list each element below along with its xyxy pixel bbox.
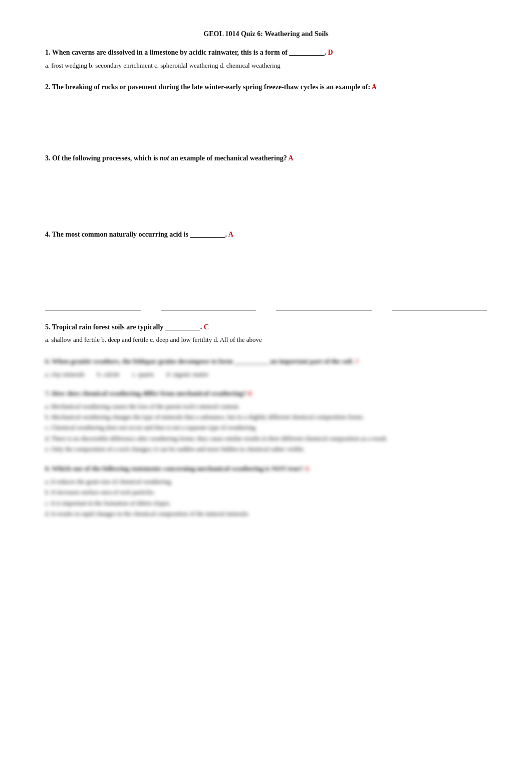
q1-body: When caverns are dissolved in a limeston… — [52, 49, 333, 56]
q5-answer: C — [204, 323, 209, 331]
question-6: 6. When granite weathers, the feldspar g… — [45, 356, 487, 379]
q2-body: The breaking of rocks or pavement during… — [52, 83, 377, 91]
q7-text: 7. How does chemical weathering differ f… — [45, 388, 487, 399]
question-3: 3. Of the following processes, which is … — [45, 153, 487, 164]
divider-2 — [161, 310, 256, 311]
q3-not: not — [160, 154, 169, 162]
q4-body: The most common naturally occurring acid… — [52, 231, 233, 238]
q1-text: 1. When caverns are dissolved in a limes… — [45, 47, 487, 58]
q8-choice-a: a. It reduces the grain size of chemical… — [45, 477, 487, 487]
q3-answer: A — [288, 154, 293, 162]
q4-text: 4. The most common naturally occurring a… — [45, 229, 487, 240]
q7-choice-e: e. Only the composition of a rock change… — [45, 444, 487, 455]
q5-number: 5. — [45, 323, 51, 331]
q4-blank: __________ — [190, 231, 225, 238]
q3-number: 3. — [45, 154, 51, 162]
divider-1 — [45, 310, 141, 311]
q8-answer: A — [305, 465, 310, 472]
question-5: 5. Tropical rain forest soils are typica… — [45, 322, 487, 345]
q2-number: 2. — [45, 83, 51, 91]
q6-answer: ? — [355, 357, 359, 365]
q7-choice-d: d. There is no discernible difference af… — [45, 434, 487, 444]
page-title: GEOL 1014 Quiz 6: Weathering and Soils — [45, 30, 487, 38]
q7-choice-a: a. Mechanical weathering causes the loss… — [45, 402, 487, 412]
q5-blank: __________ — [165, 323, 200, 331]
q5-choices: a. shallow and fertile b. deep and ferti… — [45, 335, 487, 345]
question-2: 2. The breaking of rocks or pavement dur… — [45, 82, 487, 93]
q8-choice-c: c. It is important in the formation of d… — [45, 498, 487, 509]
q8-choices: a. It reduces the grain size of chemical… — [45, 477, 487, 519]
q1-answer: D — [328, 49, 333, 56]
q7-choice-b: b. Mechanical weathering changes the typ… — [45, 412, 487, 423]
q3-body: Of the following processes, which is not… — [52, 154, 294, 162]
q8-text: 8. Which one of the following statements… — [45, 464, 487, 474]
divider-3 — [276, 310, 372, 311]
q6-text: 6. When granite weathers, the feldspar g… — [45, 356, 487, 367]
q5-body: Tropical rain forest soils are typically… — [52, 323, 209, 331]
q4-number: 4. — [45, 231, 51, 238]
q7-choices: a. Mechanical weathering causes the loss… — [45, 402, 487, 455]
question-7: 7. How does chemical weathering differ f… — [45, 388, 487, 455]
q8-choice-b: b. It increases surface area of rock par… — [45, 487, 487, 498]
q5-text: 5. Tropical rain forest soils are typica… — [45, 322, 487, 333]
q7-choice-c: c. Chemical weathering does not occur an… — [45, 423, 487, 433]
q1-blank: __________ — [289, 49, 324, 56]
q4-answer: A — [228, 231, 233, 238]
q6-choices: a. clay minerals b. calcite c. quartz d.… — [45, 369, 487, 379]
q2-text: 2. The breaking of rocks or pavement dur… — [45, 82, 487, 93]
divider-4 — [392, 310, 487, 311]
q1-number: 1. — [45, 49, 51, 56]
q8-choice-d: d. It results in rapid changes in the ch… — [45, 509, 487, 519]
q1-choices: a. frost wedging b. secondary enrichment… — [45, 61, 487, 71]
q3-text: 3. Of the following processes, which is … — [45, 153, 487, 164]
question-8: 8. Which one of the following statements… — [45, 464, 487, 519]
q7-answer: E — [248, 389, 252, 397]
divider-row — [45, 305, 487, 311]
question-4: 4. The most common naturally occurring a… — [45, 229, 487, 240]
q2-answer: A — [372, 83, 377, 91]
question-1: 1. When caverns are dissolved in a limes… — [45, 47, 487, 71]
